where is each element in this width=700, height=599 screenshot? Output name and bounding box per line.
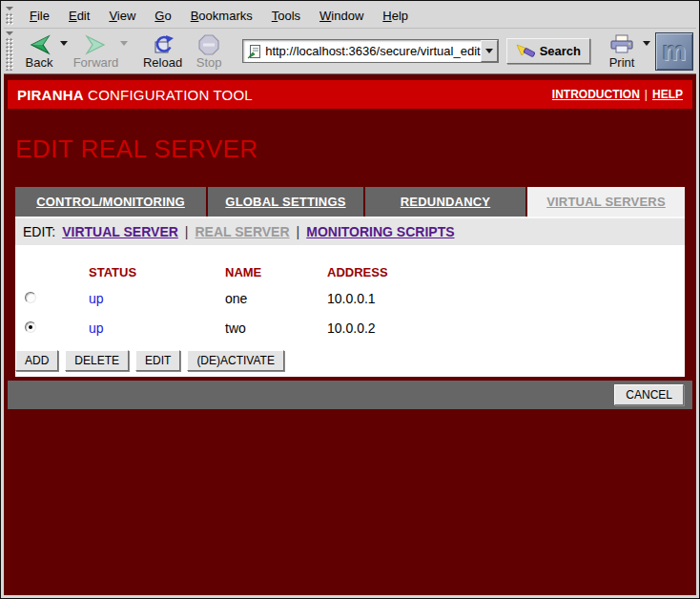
page-title: EDIT REAL SERVER — [15, 134, 692, 164]
menu-help[interactable]: Help — [373, 9, 418, 23]
url-bar[interactable]: http://localhost:3636/secure/virtual_edi… — [242, 39, 498, 63]
url-page-icon — [247, 44, 261, 59]
table-row: up one 10.0.0.1 — [15, 283, 685, 313]
forward-button[interactable]: Forward — [72, 31, 119, 72]
print-button[interactable]: Print — [602, 31, 642, 72]
piranha-banner: PIRANHA CONFIGURATION TOOL INTRODUCTION … — [8, 80, 692, 109]
stop-icon — [198, 33, 219, 55]
row-select-radio[interactable] — [25, 292, 36, 303]
delete-button[interactable]: DELETE — [65, 350, 129, 371]
server-address: 10.0.0.2 — [327, 320, 685, 336]
tab-redundancy[interactable]: REDUNDANCY — [365, 187, 525, 217]
search-flashlight-icon — [516, 44, 535, 59]
table-header-row: STATUS NAME ADDRESS — [15, 260, 685, 283]
menu-view[interactable]: View — [99, 9, 145, 23]
edit-subnav: EDIT: VIRTUAL SERVER | REAL SERVER | MON… — [15, 217, 685, 245]
tab-bar: CONTROL/MONITORING GLOBAL SETTINGS REDUN… — [15, 187, 685, 217]
column-name: NAME — [225, 265, 327, 279]
chevron-down-icon — [485, 49, 493, 53]
add-button[interactable]: ADD — [15, 350, 58, 371]
navigation-toolbar: Back Forward Reload — [4, 29, 696, 74]
toolbar-grippy[interactable] — [5, 30, 13, 72]
subnav-real-server-link: REAL SERVER — [196, 224, 290, 239]
reload-button[interactable]: Reload — [142, 31, 183, 72]
page-viewport: PIRANHA CONFIGURATION TOOL INTRODUCTION … — [4, 74, 696, 595]
app-title: PIRANHA CONFIGURATION TOOL — [17, 87, 253, 103]
back-dropdown-arrow-icon[interactable] — [60, 41, 68, 46]
server-name: two — [225, 320, 327, 336]
action-button-row: ADD DELETE EDIT (DE)ACTIVATE — [15, 350, 685, 371]
footer-bar: CANCEL — [8, 381, 692, 409]
column-address: ADDRESS — [327, 265, 685, 279]
menu-edit[interactable]: Edit — [59, 9, 99, 23]
back-icon — [27, 33, 51, 55]
menu-window[interactable]: Window — [310, 9, 373, 23]
menu-tools[interactable]: Tools — [262, 9, 310, 23]
server-name: one — [225, 291, 327, 306]
edit-button[interactable]: EDIT — [135, 350, 180, 371]
url-input[interactable]: http://localhost:3636/secure/virtual_edi… — [265, 44, 480, 58]
banner-separator: | — [645, 88, 648, 101]
subnav-prefix: EDIT: — [23, 224, 55, 239]
tab-global-settings[interactable]: GLOBAL SETTINGS — [208, 187, 363, 217]
table-row: up two 10.0.0.2 — [15, 313, 685, 342]
introduction-link[interactable]: INTRODUCTION — [552, 88, 640, 101]
tab-control-monitoring[interactable]: CONTROL/MONITORING — [15, 187, 206, 217]
row-select-radio[interactable] — [25, 321, 36, 333]
tab-virtual-servers[interactable]: VIRTUAL SERVERS — [527, 187, 685, 217]
menu-go[interactable]: Go — [145, 9, 180, 23]
column-status: STATUS — [89, 265, 225, 279]
menu-bar: File Edit View Go Bookmarks Tools Window… — [4, 4, 696, 29]
status-link[interactable]: up — [89, 291, 104, 306]
mozilla-logo-icon[interactable]: m — [655, 32, 693, 71]
help-link[interactable]: HELP — [652, 88, 683, 101]
forward-icon — [84, 33, 109, 55]
real-server-table: STATUS NAME ADDRESS up one 10.0.0.1 up t… — [15, 245, 685, 377]
menubar-grippy[interactable] — [5, 5, 14, 27]
browser-window: File Edit View Go Bookmarks Tools Window… — [0, 0, 700, 599]
reload-icon — [152, 33, 175, 55]
subnav-virtual-server-link[interactable]: VIRTUAL SERVER — [62, 224, 178, 239]
server-address: 10.0.0.1 — [327, 291, 685, 306]
print-icon — [609, 33, 634, 55]
url-history-dropdown[interactable] — [481, 40, 498, 62]
print-dropdown-arrow-icon[interactable] — [643, 41, 650, 46]
cancel-button[interactable]: CANCEL — [614, 384, 684, 405]
search-button[interactable]: Search — [506, 38, 590, 64]
deactivate-button[interactable]: (DE)ACTIVATE — [187, 350, 284, 371]
menu-file[interactable]: File — [20, 9, 59, 23]
subnav-monitoring-scripts-link[interactable]: MONITORING SCRIPTS — [306, 224, 454, 239]
stop-button[interactable]: Stop — [189, 31, 229, 72]
menu-bookmarks[interactable]: Bookmarks — [181, 9, 262, 23]
status-link[interactable]: up — [89, 320, 104, 336]
forward-dropdown-arrow-icon[interactable] — [120, 41, 128, 46]
back-button[interactable]: Back — [19, 31, 59, 72]
